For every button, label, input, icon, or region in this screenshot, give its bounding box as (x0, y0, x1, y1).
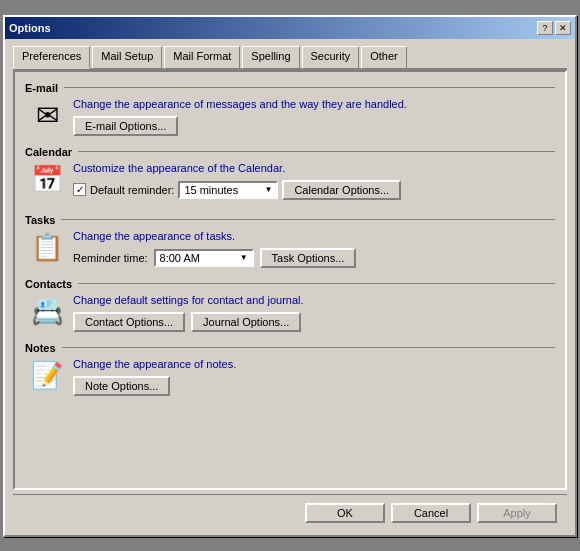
calendar-icon (29, 162, 65, 198)
tab-mail-setup[interactable]: Mail Setup (92, 46, 162, 69)
tasks-reminder-row: Reminder time: 8:00 AM ▼ Task Options... (73, 248, 555, 268)
contacts-section: Contacts Change default settings for con… (25, 278, 555, 332)
notes-section-header: Notes (25, 342, 555, 354)
journal-options-button[interactable]: Journal Options... (191, 312, 301, 332)
dialog-footer: OK Cancel Apply (13, 494, 567, 527)
email-section-body: Change the appearance of messages and th… (25, 98, 555, 136)
dropdown-arrow-icon: ▼ (264, 185, 272, 194)
notes-icon (29, 358, 65, 394)
tasks-section-body: Change the appearance of tasks. Reminder… (25, 230, 555, 268)
tab-bar: Preferences Mail Setup Mail Format Spell… (13, 45, 567, 70)
contacts-section-title: Contacts (25, 278, 72, 290)
reminder-duration-dropdown[interactable]: 15 minutes ▼ (178, 181, 278, 199)
contact-options-button[interactable]: Contact Options... (73, 312, 185, 332)
email-section-right: Change the appearance of messages and th… (73, 98, 555, 136)
calendar-section-title: Calendar (25, 146, 72, 158)
preferences-panel: E-mail Change the appearance of messages… (13, 70, 567, 490)
email-controls: E-mail Options... (73, 116, 555, 136)
tab-security[interactable]: Security (302, 46, 360, 69)
email-icon (29, 98, 65, 134)
notes-section: Notes Change the appearance of notes. No… (25, 342, 555, 396)
tab-mail-format[interactable]: Mail Format (164, 46, 240, 69)
default-reminder-label: Default reminder: (90, 184, 174, 196)
tasks-section-title: Tasks (25, 214, 55, 226)
calendar-section-body: Customize the appearance of the Calendar… (25, 162, 555, 204)
calendar-description: Customize the appearance of the Calendar… (73, 162, 555, 174)
ok-button[interactable]: OK (305, 503, 385, 523)
reminder-duration-value: 15 minutes (184, 184, 238, 196)
reminder-time-value: 8:00 AM (160, 252, 200, 264)
email-section: E-mail Change the appearance of messages… (25, 82, 555, 136)
notes-controls: Note Options... (73, 376, 555, 396)
notes-section-title: Notes (25, 342, 56, 354)
contacts-section-right: Change default settings for contact and … (73, 294, 555, 332)
tasks-description: Change the appearance of tasks. (73, 230, 555, 242)
contacts-section-header: Contacts (25, 278, 555, 290)
title-bar-buttons: ? ✕ (537, 21, 571, 35)
notes-section-right: Change the appearance of notes. Note Opt… (73, 358, 555, 396)
task-options-button[interactable]: Task Options... (260, 248, 357, 268)
title-bar: Options ? ✕ (5, 17, 575, 39)
note-options-button[interactable]: Note Options... (73, 376, 170, 396)
close-button[interactable]: ✕ (555, 21, 571, 35)
apply-button[interactable]: Apply (477, 503, 557, 523)
tasks-section-right: Change the appearance of tasks. Reminder… (73, 230, 555, 268)
contacts-icon (29, 294, 65, 330)
calendar-reminder-row: ✓ Default reminder: 15 minutes ▼ Calenda… (73, 180, 555, 200)
tasks-section-header: Tasks (25, 214, 555, 226)
notes-divider (62, 347, 555, 348)
options-dialog: Options ? ✕ Preferences Mail Setup Mail … (3, 15, 577, 537)
tasks-divider (61, 219, 555, 220)
reminder-time-label: Reminder time: (73, 252, 148, 264)
email-section-title: E-mail (25, 82, 58, 94)
contacts-description: Change default settings for contact and … (73, 294, 555, 306)
checkmark-icon: ✓ (76, 184, 84, 195)
tasks-section: Tasks Change the appearance of tasks. Re… (25, 214, 555, 268)
calendar-section-right: Customize the appearance of the Calendar… (73, 162, 555, 204)
help-button[interactable]: ? (537, 21, 553, 35)
cancel-button[interactable]: Cancel (391, 503, 471, 523)
tab-preferences[interactable]: Preferences (13, 46, 90, 69)
email-options-button[interactable]: E-mail Options... (73, 116, 178, 136)
email-divider (64, 87, 555, 88)
email-description: Change the appearance of messages and th… (73, 98, 555, 110)
calendar-options-button[interactable]: Calendar Options... (282, 180, 401, 200)
contacts-section-body: Change default settings for contact and … (25, 294, 555, 332)
notes-description: Change the appearance of notes. (73, 358, 555, 370)
contacts-divider (78, 283, 555, 284)
calendar-divider (78, 151, 555, 152)
default-reminder-checkbox[interactable]: ✓ (73, 183, 86, 196)
window-title: Options (9, 22, 51, 34)
tab-other[interactable]: Other (361, 46, 407, 69)
email-section-header: E-mail (25, 82, 555, 94)
calendar-section: Calendar Customize the appearance of the… (25, 146, 555, 204)
notes-section-body: Change the appearance of notes. Note Opt… (25, 358, 555, 396)
dropdown-arrow-icon: ▼ (240, 253, 248, 262)
tasks-icon (29, 230, 65, 266)
tab-spelling[interactable]: Spelling (242, 46, 299, 69)
reminder-time-dropdown[interactable]: 8:00 AM ▼ (154, 249, 254, 267)
dialog-content: Preferences Mail Setup Mail Format Spell… (5, 39, 575, 535)
calendar-section-header: Calendar (25, 146, 555, 158)
contacts-controls: Contact Options... Journal Options... (73, 312, 555, 332)
